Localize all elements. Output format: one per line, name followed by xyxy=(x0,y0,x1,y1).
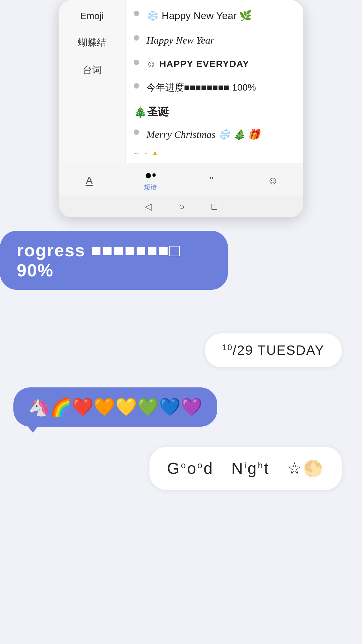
list-item[interactable]: ❄️ Happy New Year 🌿 xyxy=(134,3,295,28)
recent-icon[interactable]: □ xyxy=(212,201,217,212)
tab-phrases[interactable]: ●• 短语 xyxy=(120,166,181,194)
list-item[interactable]: 今年进度■■■■■■■■ 100% xyxy=(134,76,295,99)
tab-emoji-bottom[interactable]: ☺ xyxy=(242,166,304,194)
section-header-christmas: 🎄圣诞 xyxy=(134,99,295,122)
nav-bar: ◁ ○ □ xyxy=(59,196,303,217)
list-item[interactable]: Happy New Year xyxy=(134,28,295,52)
list-item-dotted: -- - ▲ xyxy=(134,147,295,159)
bullet-icon xyxy=(134,35,139,41)
emoji-bubble-text: 🦄🌈❤️🧡💛💚💙💜 xyxy=(28,397,202,417)
emoji-icon: ☺ xyxy=(267,175,278,186)
list-item[interactable]: ☺ HAPPY EVERYDAY xyxy=(134,52,295,76)
bullet-icon xyxy=(134,83,139,89)
home-icon[interactable]: ○ xyxy=(179,201,185,212)
sidebar: Emoji 蝴蝶结 台词 xyxy=(59,0,126,163)
progress-text: rogress ■■■■■■■□ 90% xyxy=(17,240,180,280)
goodnight-bubble-container: Goood Night ☆🌕 xyxy=(0,447,362,490)
emoji-bubble: 🦄🌈❤️🧡💛💚💙💜 xyxy=(13,387,217,427)
quote-icon: " xyxy=(210,175,214,186)
date-bubble-container: 10/29 TUESDAY xyxy=(0,333,362,367)
emoji-bubble-container: 🦄🌈❤️🧡💛💚💙💜 xyxy=(0,387,362,427)
date-text: 10/29 TUESDAY xyxy=(222,343,324,358)
progress-bubble: rogress ■■■■■■■□ 90% xyxy=(0,231,228,290)
bullet-icon xyxy=(134,129,139,135)
date-bubble: 10/29 TUESDAY xyxy=(205,333,342,367)
tab-phrases-label: 短语 xyxy=(144,182,157,192)
list-item[interactable]: Merry Christmas ❄️ 🎄 🎁 xyxy=(134,122,295,147)
chat-section: rogress ■■■■■■■□ 90% 10/29 TUESDAY 🦄🌈❤️🧡… xyxy=(0,217,362,490)
bottom-tabs: A ●• 短语 " ☺ xyxy=(59,163,303,196)
goodnight-text: Goood Night ☆🌕 xyxy=(167,460,324,477)
tab-text[interactable]: A xyxy=(59,166,120,194)
bullet-icon xyxy=(134,11,139,16)
sidebar-item-butterfly[interactable]: 蝴蝶结 xyxy=(59,29,125,56)
phrases-icon: ●• xyxy=(145,169,156,181)
progress-bubble-container: rogress ■■■■■■■□ 90% xyxy=(0,231,362,310)
goodnight-bubble: Goood Night ☆🌕 xyxy=(149,447,342,490)
phone-mockup: Emoji 蝴蝶结 台词 ❄️ Happy New Year 🌿 xyxy=(59,0,303,217)
back-icon[interactable]: ◁ xyxy=(145,201,152,212)
tab-quote[interactable]: " xyxy=(181,166,242,194)
sidebar-item-emoji[interactable]: Emoji xyxy=(59,3,125,29)
sidebar-item-lines[interactable]: 台词 xyxy=(59,56,125,84)
main-list: ❄️ Happy New Year 🌿 Happy New Year ☺ HAP… xyxy=(126,0,303,163)
text-icon: A xyxy=(86,175,93,186)
bullet-icon xyxy=(134,60,139,65)
